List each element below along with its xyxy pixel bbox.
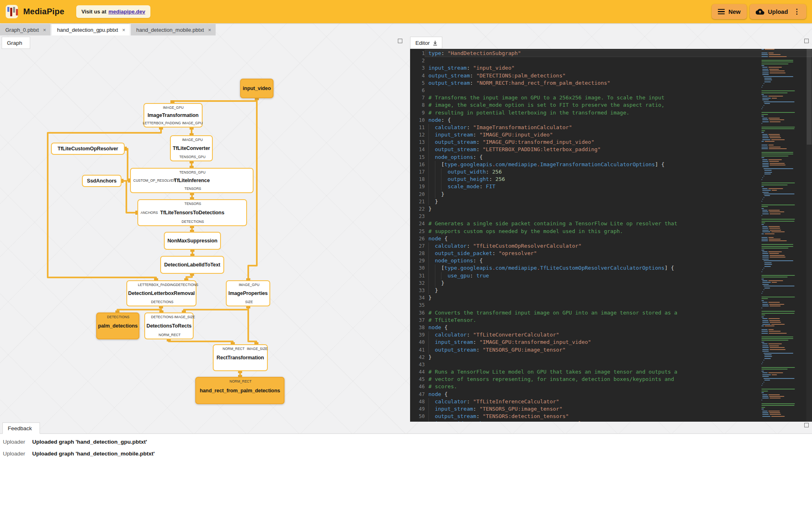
feedback-row: UploaderUploaded graph 'hand_detection_g… [0, 436, 812, 448]
code-line[interactable]: 15 node_options: { [410, 154, 812, 161]
feedback-source: Uploader [0, 451, 30, 457]
file-tab[interactable]: Graph_0.pbtxt× [0, 24, 51, 35]
editor-panel[interactable]: 1type: "HandDetectionSubgraph"23input_st… [410, 49, 812, 422]
code-line[interactable]: 22} [410, 205, 812, 213]
mediapipe-dev-link[interactable]: mediapipe.dev [108, 9, 145, 15]
graph-node-DetectionLetterboxRemoval[interactable]: LETTERBOX_PADDINGDETECTIONSDETECTIONSDet… [126, 280, 196, 306]
code-line[interactable]: 35 [410, 301, 812, 309]
graph-node-hand_rect_from_palm_detections[interactable]: NORM_RECThand_rect_from_palm_detections [195, 377, 285, 404]
graph-node-TfLiteCustomOpResolver[interactable]: TfLiteCustomOpResolver [51, 143, 125, 155]
minimap-line [761, 60, 805, 61]
tab-editor[interactable]: Editor [410, 37, 442, 49]
graph-node-SsdAnchors[interactable]: SsdAnchors [82, 175, 121, 187]
code-line[interactable]: 6 [410, 87, 812, 94]
code-line[interactable]: 2 [410, 57, 812, 64]
code-line[interactable]: 18 output_height: 256 [410, 176, 812, 183]
code-line[interactable]: 29 node_options: { [410, 257, 812, 264]
code-line[interactable]: 12 input_stream: "IMAGE_GPU:input_video" [410, 131, 812, 139]
graph-node-input_video[interactable]: input_video [240, 79, 274, 98]
tab-feedback[interactable]: Feedback [2, 422, 40, 434]
code-line[interactable]: 4output_stream: "DETECTIONS:palm_detecti… [410, 72, 812, 79]
code-line[interactable]: 39 calculator: "TfLiteConverterCalculato… [410, 331, 812, 339]
graph-node-TfLiteInference[interactable]: TENSORS_GPUTENSORSCUSTOM_OP_RESOLVERTfLi… [130, 168, 254, 193]
code-line[interactable]: 5output_stream: "NORM_RECT:hand_rect_fro… [410, 79, 812, 87]
graph-expand-icon[interactable] [398, 39, 402, 43]
code-line[interactable]: 1type: "HandDetectionSubgraph" [410, 50, 812, 57]
scrollbar-thumb[interactable] [807, 49, 812, 145]
code-line[interactable]: 49 input_stream: "TENSORS_GPU:image_tens… [410, 405, 812, 413]
code-line[interactable]: 36# Converts the transformed input image… [410, 309, 812, 317]
code-line[interactable]: 7# Transforms the input image on GPU to … [410, 94, 812, 101]
code-line[interactable]: 47node { [410, 391, 812, 398]
minimap-line [761, 367, 805, 368]
new-button[interactable]: New [712, 4, 747, 19]
code-line[interactable]: 9# resulting in potential letterboxing i… [410, 109, 812, 117]
more-options-icon[interactable]: ⋮ [793, 8, 800, 15]
code-area[interactable]: 1type: "HandDetectionSubgraph"23input_st… [410, 50, 812, 422]
code-line[interactable]: 24# Generates a single side packet conta… [410, 220, 812, 227]
minimap-line [761, 333, 805, 334]
minimap-line [761, 112, 805, 113]
code-line[interactable]: 30 [type.googleapis.com/mediapipe.TfLite… [410, 264, 812, 272]
code-line[interactable]: 16 [type.googleapis.com/mediapipe.ImageT… [410, 161, 812, 168]
code-line[interactable]: 37# TfLiteTensor. [410, 317, 812, 324]
minimap[interactable] [761, 49, 805, 422]
upload-button[interactable]: Upload ⋮ [750, 4, 806, 19]
graph-node-DetectionLabelIdToText[interactable]: DetectionLabelIdToText [160, 256, 224, 274]
tab-graph[interactable]: Graph [2, 37, 30, 49]
graph-node-RectTransformation[interactable]: NORM_RECTIMAGE_SIZERectTransformation [213, 344, 268, 371]
code-line[interactable]: 46# scores. [410, 383, 812, 390]
code-line[interactable]: 40 input_stream: "IMAGE_GPU:transformed_… [410, 339, 812, 346]
code-line[interactable]: 25# supports custom ops needed by the mo… [410, 228, 812, 235]
editor-expand-icon[interactable] [804, 39, 809, 43]
line-number: 43 [410, 361, 425, 368]
file-tab[interactable]: hand_detection_mobile.pbtxt× [131, 24, 216, 35]
tab-close-icon[interactable]: × [43, 27, 46, 33]
code-line[interactable]: 17 output_width: 256 [410, 168, 812, 176]
editor-scrollbar[interactable] [806, 49, 812, 422]
graph-node-palm_detections[interactable]: DETECTIONSpalm_detections [96, 312, 139, 339]
code-line[interactable]: 34} [410, 294, 812, 301]
code-line[interactable]: 19 scale_mode: FIT [410, 183, 812, 190]
code-line[interactable]: 44# Runs a TensorFlow Lite model on GPU … [410, 368, 812, 376]
code-line[interactable]: 31 use_gpu: true [410, 272, 812, 279]
download-icon[interactable] [432, 40, 438, 46]
file-tab-label: hand_detection_mobile.pbtxt [136, 27, 204, 33]
code-line[interactable]: 20 } [410, 191, 812, 198]
graph-node-NonMaxSuppression[interactable]: NonMaxSuppression [164, 232, 221, 250]
code-line[interactable]: 32 } [410, 279, 812, 287]
node-title: DetectionsToRects [145, 313, 193, 339]
minimap-line [761, 132, 805, 133]
code-line[interactable]: 38node { [410, 324, 812, 331]
tab-close-icon[interactable]: × [122, 27, 126, 33]
code-line[interactable]: 14 output_stream: "LETTERBOX_PADDING:let… [410, 146, 812, 153]
graph-edge [117, 306, 161, 312]
graph-node-TfLiteTensorsToDetections[interactable]: TENSORSDETECTIONSANCHORSTfLiteTensorsToD… [137, 199, 247, 226]
line-number: 49 [410, 405, 425, 413]
code-line[interactable]: 11 calculator: "ImageTransformationCalcu… [410, 124, 812, 131]
code-line[interactable]: 8# image, the scale_mode option is set t… [410, 101, 812, 109]
graph-node-DetectionsToRects[interactable]: DETECTIONSIMAGE_SIZENORM_RECTDetectionsT… [144, 312, 194, 339]
code-line[interactable]: 28 output_side_packet: "opresolver" [410, 250, 812, 257]
code-line[interactable]: 21 } [410, 198, 812, 205]
tab-close-icon[interactable]: × [208, 27, 211, 33]
code-line[interactable]: 27 calculator: "TfLiteCustomOpResolverCa… [410, 242, 812, 250]
code-line[interactable]: 42} [410, 354, 812, 361]
code-line[interactable]: 50 output_stream: "TENSORS:detection_ten… [410, 413, 812, 420]
feedback-expand-icon[interactable] [804, 423, 809, 427]
code-line[interactable]: 23 [410, 213, 812, 220]
code-line[interactable]: 33 } [410, 287, 812, 294]
minimap-line [761, 222, 805, 223]
code-line[interactable]: 45# vector of tensors representing, for … [410, 376, 812, 383]
code-line[interactable]: 48 calculator: "TfLiteInferenceCalculato… [410, 398, 812, 405]
file-tab[interactable]: hand_detection_gpu.pbtxt× [52, 24, 130, 35]
code-line[interactable]: 3input_stream: "input_video" [410, 64, 812, 72]
code-line[interactable]: 41 output_stream: "TENSORS_GPU:image_ten… [410, 346, 812, 354]
graph-node-ImageTransformation[interactable]: IMAGE_GPULETTERBOX_PADDINGIMAGE_GPUImage… [143, 103, 203, 128]
code-line[interactable]: 43 [410, 361, 812, 368]
graph-node-TfLiteConverter[interactable]: IMAGE_GPUTENSORS_GPUTfLiteConverter [170, 135, 213, 161]
graph-node-ImageProperties[interactable]: IMAGE_GPUSIZEImageProperties [226, 280, 270, 306]
code-line[interactable]: 13 output_stream: "IMAGE_GPU:transformed… [410, 139, 812, 146]
code-line[interactable]: 26node { [410, 235, 812, 242]
code-line[interactable]: 10node: { [410, 117, 812, 124]
